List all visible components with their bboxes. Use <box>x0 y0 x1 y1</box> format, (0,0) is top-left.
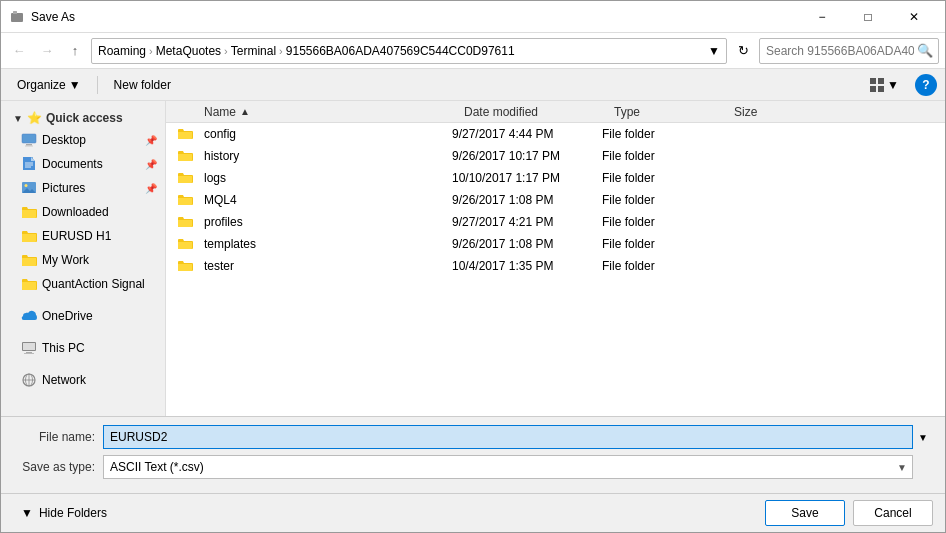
savetype-select[interactable]: ASCII Text (*.csv) CSV (*.csv) Text (*.t… <box>103 455 913 479</box>
close-button[interactable]: ✕ <box>891 1 937 33</box>
maximize-button[interactable]: □ <box>845 1 891 33</box>
help-button[interactable]: ? <box>915 74 937 96</box>
sidebar-spacer <box>1 296 165 304</box>
folder-icon <box>177 126 193 142</box>
documents-icon <box>21 156 37 172</box>
row-spacer <box>170 126 200 142</box>
quick-access-icon: ⭐ <box>27 111 42 125</box>
filename-row: File name: ▼ <box>13 425 933 449</box>
forward-button[interactable]: → <box>35 39 59 63</box>
breadcrumb[interactable]: Roaming › MetaQuotes › Terminal › 915566… <box>91 38 727 64</box>
sidebar-spacer <box>1 328 165 336</box>
sidebar-item-quantaction[interactable]: QuantAction Signal <box>1 272 165 296</box>
sidebar-spacer <box>1 360 165 368</box>
network-icon <box>21 372 37 388</box>
file-row[interactable]: config 9/27/2017 4:44 PM File folder <box>166 123 945 145</box>
pin-icon: 📌 <box>145 159 157 170</box>
sidebar-item-mywork-label: My Work <box>42 253 157 267</box>
new-folder-button[interactable]: New folder <box>106 73 179 97</box>
svg-rect-1 <box>13 11 17 14</box>
row-spacer <box>170 170 200 186</box>
sidebar-item-quantaction-label: QuantAction Signal <box>42 277 157 291</box>
file-date: 10/10/2017 1:17 PM <box>448 171 598 185</box>
hide-folders-button[interactable]: ▼ Hide Folders <box>9 501 119 525</box>
file-list-area: Name ▲ Date modified Type Size <box>166 101 945 416</box>
views-button[interactable]: ▼ <box>861 73 907 97</box>
file-type: File folder <box>598 171 718 185</box>
file-row[interactable]: history 9/26/2017 10:17 PM File folder <box>166 145 945 167</box>
back-button[interactable]: ← <box>7 39 31 63</box>
svg-point-16 <box>25 184 28 187</box>
folder-icon <box>21 204 37 220</box>
up-button[interactable]: ↑ <box>63 39 87 63</box>
sidebar-item-onedrive[interactable]: OneDrive <box>1 304 165 328</box>
sidebar-quick-access-label: Quick access <box>46 111 123 125</box>
row-spacer <box>170 148 200 164</box>
svg-rect-5 <box>878 86 884 92</box>
sidebar-item-network[interactable]: Network <box>1 368 165 392</box>
svg-rect-4 <box>870 86 876 92</box>
sidebar-item-thispc[interactable]: This PC <box>1 336 165 360</box>
file-row[interactable]: templates 9/26/2017 1:08 PM File folder <box>166 233 945 255</box>
file-name: config <box>200 127 448 141</box>
file-row[interactable]: profiles 9/27/2017 4:21 PM File folder <box>166 211 945 233</box>
file-type: File folder <box>598 215 718 229</box>
row-spacer <box>170 236 200 252</box>
sidebar-item-mywork[interactable]: My Work <box>1 248 165 272</box>
organize-button[interactable]: Organize ▼ <box>9 73 89 97</box>
pin-icon: 📌 <box>145 183 157 194</box>
cancel-button[interactable]: Cancel <box>853 500 933 526</box>
filename-input[interactable] <box>103 425 913 449</box>
search-box[interactable]: 🔍 <box>759 38 939 64</box>
svg-marker-10 <box>23 157 35 170</box>
file-list-header: Name ▲ Date modified Type Size <box>166 101 945 123</box>
sidebar-item-pictures-label: Pictures <box>42 181 140 195</box>
sidebar-section-quick-access[interactable]: ▼ ⭐ Quick access <box>1 105 165 128</box>
column-header-name[interactable]: Name ▲ <box>200 101 460 122</box>
breadcrumb-part: 915566BA06ADA407569C544CC0D97611 <box>286 44 515 58</box>
folder-icon <box>177 192 193 208</box>
new-folder-label: New folder <box>114 78 171 92</box>
sort-arrow-icon: ▲ <box>240 106 250 117</box>
toolbar: Organize ▼ New folder ▼ ? <box>1 69 945 101</box>
folder-icon <box>21 252 37 268</box>
filename-dropdown-icon: ▼ <box>913 432 933 443</box>
folder-icon <box>177 258 193 274</box>
sidebar-item-eurusd[interactable]: EURUSD H1 <box>1 224 165 248</box>
title-bar: Save As − □ ✕ <box>1 1 945 33</box>
file-name: tester <box>200 259 448 273</box>
search-input[interactable] <box>766 39 914 63</box>
file-row[interactable]: tester 10/4/2017 1:35 PM File folder <box>166 255 945 277</box>
file-row[interactable]: logs 10/10/2017 1:17 PM File folder <box>166 167 945 189</box>
save-button[interactable]: Save <box>765 500 845 526</box>
svg-rect-7 <box>26 144 32 146</box>
column-header-type[interactable]: Type <box>610 101 730 122</box>
search-icon: 🔍 <box>917 43 933 58</box>
minimize-button[interactable]: − <box>799 1 845 33</box>
file-name: logs <box>200 171 448 185</box>
refresh-button[interactable]: ↻ <box>731 39 755 63</box>
svg-rect-2 <box>870 78 876 84</box>
organize-dropdown-icon: ▼ <box>69 78 81 92</box>
breadcrumb-dropdown-icon: ▼ <box>708 44 720 58</box>
sidebar-item-pictures[interactable]: Pictures 📌 <box>1 176 165 200</box>
sidebar-item-desktop[interactable]: Desktop 📌 <box>1 128 165 152</box>
column-header-date[interactable]: Date modified <box>460 101 610 122</box>
column-header-size[interactable]: Size <box>730 101 810 122</box>
savetype-row: Save as type: ASCII Text (*.csv) CSV (*.… <box>13 455 933 479</box>
row-spacer <box>170 258 200 274</box>
filename-label: File name: <box>13 430 103 444</box>
views-icon <box>869 77 885 93</box>
file-list: config 9/27/2017 4:44 PM File folder his… <box>166 123 945 416</box>
svg-marker-11 <box>31 157 35 161</box>
cancel-label: Cancel <box>874 506 911 520</box>
desktop-icon <box>21 132 37 148</box>
sidebar-item-desktop-label: Desktop <box>42 133 140 147</box>
sidebar-item-documents[interactable]: Documents 📌 <box>1 152 165 176</box>
svg-rect-3 <box>878 78 884 84</box>
main-area: ▼ ⭐ Quick access Desktop 📌 <box>1 101 945 416</box>
sidebar-item-eurusd-label: EURUSD H1 <box>42 229 157 243</box>
sidebar-item-downloaded[interactable]: Downloaded <box>1 200 165 224</box>
row-spacer <box>170 192 200 208</box>
file-row[interactable]: MQL4 9/26/2017 1:08 PM File folder <box>166 189 945 211</box>
